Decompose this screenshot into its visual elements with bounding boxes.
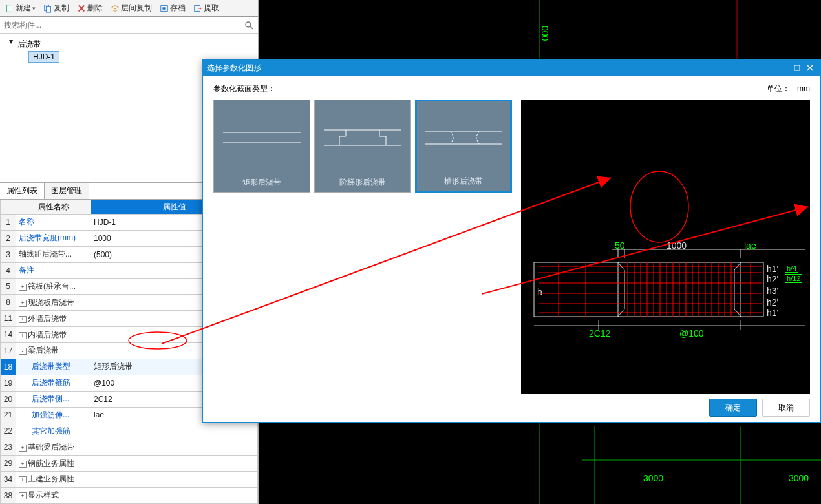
layer-copy-icon — [111, 4, 120, 13]
template-preview-icon — [417, 101, 510, 171]
prop-name: 轴线距后浇带... — [16, 246, 91, 262]
prop-value[interactable] — [91, 456, 258, 472]
table-row[interactable]: 22其它加强筋 — [1, 423, 258, 439]
prop-value[interactable] — [91, 423, 258, 439]
svg-point-6 — [246, 22, 251, 27]
prop-name: +现浇板后浇带 — [16, 295, 91, 311]
section-preview[interactable]: 50 1000 lae h h1' h2' h3' h2' h1' h/4 h/… — [521, 100, 810, 394]
col-name[interactable]: 属性名称 — [16, 200, 91, 215]
section-type-label: 参数化截面类型： — [213, 83, 275, 94]
prop-value[interactable] — [91, 472, 258, 488]
delete-label: 删除 — [87, 3, 103, 14]
prop-name: 后浇带类型 — [16, 359, 91, 375]
expand-icon[interactable]: + — [19, 476, 27, 483]
expand-icon[interactable]: + — [19, 300, 27, 307]
prop-name: +土建业务属性 — [16, 472, 91, 488]
table-row[interactable]: 29+钢筋业务属性 — [1, 456, 258, 472]
row-number: 2 — [1, 230, 16, 246]
dialog-body: 参数化截面类型： 单位： mm 矩形后浇带阶梯形后浇带槽形后浇带 50 1000… — [203, 76, 820, 422]
row-number: 8 — [1, 295, 16, 311]
template-preview-icon — [315, 100, 410, 173]
template-label: 矩形后浇带 — [214, 173, 310, 192]
tree-child[interactable]: HJD-1 — [28, 51, 59, 63]
archive-button[interactable]: 存档 — [157, 1, 188, 15]
tab-properties[interactable]: 属性列表 — [0, 183, 45, 199]
new-label: 新建 — [16, 3, 31, 14]
svg-rect-11 — [794, 65, 800, 70]
svg-rect-20 — [453, 131, 476, 138]
copy-label: 复制 — [54, 3, 69, 14]
template-label: 阶梯形后浇带 — [315, 173, 410, 192]
template-list: 矩形后浇带阶梯形后浇带槽形后浇带 — [213, 100, 512, 394]
maximize-icon[interactable] — [791, 63, 804, 73]
unit-label: 单位： — [767, 84, 790, 93]
prop-name: +显示样式 — [16, 487, 91, 503]
new-button[interactable]: 新建 ▾ — [3, 1, 38, 15]
svg-rect-17 — [346, 130, 379, 138]
row-number: 18 — [1, 359, 16, 375]
extract-button[interactable]: 提取 — [191, 1, 222, 15]
table-row[interactable]: 23+基础梁后浇带 — [1, 439, 258, 456]
row-number: 11 — [1, 311, 16, 327]
prop-name: 后浇带宽度(mm) — [16, 230, 91, 246]
tab-layers[interactable]: 图层管理 — [45, 183, 89, 199]
svg-rect-14 — [245, 132, 279, 143]
expand-icon[interactable]: + — [19, 284, 27, 291]
tree-root[interactable]: 后浇带 — [8, 37, 250, 51]
dialog-titlebar[interactable]: 选择参数化图形 — [203, 60, 820, 76]
row-number: 29 — [1, 456, 16, 472]
row-number: 21 — [1, 407, 16, 423]
template-card-1[interactable]: 阶梯形后浇带 — [314, 100, 411, 193]
prop-name: 后浇带箍筋 — [16, 375, 91, 391]
template-label: 槽形后浇带 — [417, 171, 510, 191]
expand-icon[interactable]: + — [19, 461, 27, 468]
prop-value[interactable] — [91, 439, 258, 456]
dialog-title: 选择参数化图形 — [207, 63, 261, 74]
unit-value: mm — [797, 84, 810, 93]
search-input[interactable] — [4, 21, 244, 30]
expand-icon[interactable]: + — [19, 332, 27, 339]
row-number: 23 — [1, 439, 16, 456]
expand-icon[interactable]: + — [19, 316, 27, 323]
search-icon[interactable] — [244, 20, 254, 30]
extract-icon — [193, 4, 202, 13]
delete-button[interactable]: 删除 — [74, 1, 105, 15]
tree-child-label: HJD-1 — [33, 52, 55, 61]
copy-button[interactable]: 复制 — [41, 1, 72, 15]
prop-value[interactable] — [91, 487, 258, 503]
toolbar: 新建 ▾ 复制 删除 层间复制 存档 — [0, 0, 258, 17]
row-number: 4 — [1, 262, 16, 278]
prop-name: +内墙后浇带 — [16, 327, 91, 343]
layer-copy-button[interactable]: 层间复制 — [108, 1, 155, 15]
row-number: 17 — [1, 343, 16, 359]
new-icon — [5, 4, 14, 13]
row-number: 19 — [1, 375, 16, 391]
prop-name: +基础梁后浇带 — [16, 439, 91, 456]
prop-name: 加强筋伸... — [16, 407, 91, 423]
template-card-0[interactable]: 矩形后浇带 — [213, 100, 310, 193]
svg-rect-2 — [46, 6, 50, 12]
parametric-shape-dialog: 选择参数化图形 参数化截面类型： 单位： mm 矩形后浇带阶梯形后浇带槽形后浇带… — [202, 59, 821, 423]
row-number: 3 — [1, 246, 16, 262]
collapse-icon[interactable]: - — [19, 348, 27, 355]
row-number: 38 — [1, 487, 16, 503]
prop-name: 名称 — [16, 215, 91, 231]
expand-icon[interactable]: + — [19, 445, 27, 452]
layer-copy-label: 层间复制 — [121, 3, 152, 14]
row-number: 14 — [1, 327, 16, 343]
svg-rect-0 — [7, 5, 12, 12]
prop-name: +钢筋业务属性 — [16, 456, 91, 472]
prop-name: 备注 — [16, 262, 91, 278]
close-icon[interactable] — [804, 63, 816, 73]
delete-icon — [77, 4, 86, 13]
copy-icon — [43, 4, 52, 13]
extract-label: 提取 — [204, 3, 219, 14]
prop-name: 其它加强筋 — [16, 423, 91, 439]
table-row[interactable]: 38+显示样式 — [1, 487, 258, 503]
table-row[interactable]: 34+土建业务属性 — [1, 472, 258, 488]
prop-name: +外墙后浇带 — [16, 311, 91, 327]
expand-icon[interactable]: + — [19, 492, 27, 499]
tree-root-label: 后浇带 — [17, 39, 41, 48]
prop-name: 后浇带侧... — [16, 391, 91, 407]
template-card-2[interactable]: 槽形后浇带 — [415, 100, 512, 193]
